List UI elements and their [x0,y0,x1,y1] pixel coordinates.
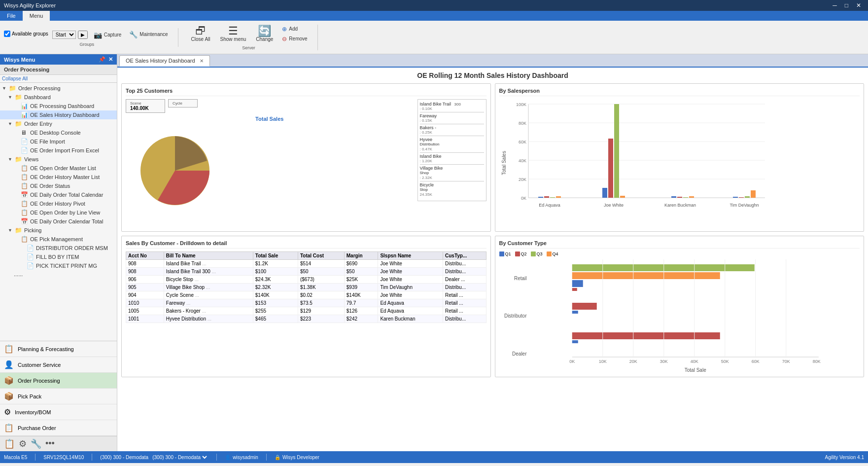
sidebar-bottom-customer-service[interactable]: 👤 Customer Service [0,357,117,373]
purchase-order-icon: 📋 [4,423,14,432]
tool-icon-dots[interactable]: ••• [45,438,55,449]
pin-icon[interactable]: 📌 [99,56,105,63]
bar-ed-q4 [556,196,561,198]
table-row[interactable]: 1005Bakers - Kroger ...$255$129$126Ed Aq… [126,307,486,315]
table-row[interactable]: 908Island Bike Trail ...$1.2K$514$690Joe… [126,260,486,268]
sidebar-item-order-status[interactable]: 📋 OE Order Status [0,181,117,190]
ribbon-tabs: File Menu [0,11,868,21]
sidebar-tools: 📋 ⚙ 🔧 ••• [0,436,117,451]
show-menu-button[interactable]: ☰ Show menu [217,25,249,43]
sidebar-item-order-history-master-list[interactable]: 📋 OE Order History Master List [0,173,117,181]
start-dropdown[interactable]: Start [52,31,76,39]
sidebar-bottom-pick-pack[interactable]: 📦 Pick Pack [0,389,117,404]
svg-text:40K: 40K [690,359,698,364]
tab-oe-sales-history[interactable]: OE Sales History Dashboard ✕ [119,55,210,67]
sidebar-item-daily-order-total-calendar[interactable]: 📅 OE Daily Order Total Calendar [0,190,117,199]
table-row[interactable]: 905Village Bike Shop ...$2.32K$1.38K$939… [126,284,486,291]
maximize-button[interactable]: □ [842,2,851,9]
close-button[interactable]: ✕ [853,2,864,9]
status-version: Agility Version 4.1 [825,455,865,460]
top25-panel: Top 25 Customers Scene 140.00K Cycle [121,83,491,232]
sidebar-item-open-order-line-view[interactable]: 📋 OE Open Order by Line View [0,208,117,217]
sidebar-item-order-import-excel[interactable]: 📄 OE Order Import From Excel [0,146,117,155]
svg-text:Ed Aquava: Ed Aquava [539,203,560,208]
sidebar-item-distributor-order[interactable]: 📄 DISTRIBUTOR ORDER MSM [0,244,117,252]
demodata-dropdown[interactable]: (300) 300 - Demodata [150,454,208,461]
sidebar-item-pick-management[interactable]: 📋 OE Pick Management [0,235,117,244]
bar-karen-q2 [677,197,682,198]
remove-button[interactable]: ⊖ Remove [280,35,309,43]
table-row[interactable]: 906Bicycle Stop ...$24.3K($673)$25KJoe W… [126,276,486,284]
svg-text:20K: 20K [518,177,526,182]
retail-q1-bar [572,280,583,287]
col-total-sale: Total Sale [253,252,298,260]
col-margin: Margin [344,252,378,260]
tool-icon-3[interactable]: 🔧 [31,438,41,449]
content-area: OE Sales History Dashboard ✕ OE Rolling … [117,54,868,451]
svg-text:0K: 0K [521,196,526,201]
table-row[interactable]: 1010Fareway ...$153$73.579.7Ed AquavaRet… [126,299,486,307]
sidebar-bottom-order-processing[interactable]: 📦 Order Processing [0,373,117,389]
tool-icon-1[interactable]: 📋 [4,438,15,449]
window-controls[interactable]: ─ □ ✕ [830,2,864,9]
collapse-all-button[interactable]: Collapse All [0,75,117,83]
sidebar-bottom-planning[interactable]: 📋 Planning & Forecasting [0,341,117,357]
expand-icon: ▼ [8,95,15,100]
sidebar-bottom-inventory[interactable]: ⚙ Inventory/BOM [0,404,117,420]
legend-q1-dot [499,251,504,256]
capture-button[interactable]: 📷 Capture [92,30,124,40]
sidebar-item-order-history-pivot[interactable]: 📋 OE Order History Pivot [0,199,117,208]
table-row[interactable]: 904Cycle Scene ...$140K$0.02$140KJoe Whi… [126,291,486,299]
sidebar-close-icon[interactable]: ✕ [108,56,113,63]
tab-menu[interactable]: Menu [23,11,50,21]
table-row[interactable]: 1001Hyvee Distribution ...$465$223$242Ka… [126,315,486,323]
sales-table-body: 908Island Bike Trail ...$1.2K$514$690Joe… [126,260,486,323]
user-icon: 👤 [225,455,231,460]
sidebar-item-file-import[interactable]: 📄 OE File Import [0,137,117,146]
main-area: Wisys Menu 📌 ✕ Order Processing Collapse… [0,54,868,451]
close-all-button[interactable]: 🗗 Close All [188,25,213,43]
sidebar-item-desktop-console[interactable]: 🖥 OE Desktop Console [0,128,117,137]
sidebar-item-order-processing-folder[interactable]: ▼ 📁 Order Processing [0,84,117,93]
svg-text:100K: 100K [516,102,526,107]
bar-tim-q2 [739,197,744,198]
sidebar-bottom-purchase-order[interactable]: 📋 Purchase Order [0,420,117,436]
customer-type-panel: By Customer Type Q1 Q2 Q3 [495,236,865,377]
start-go-button[interactable]: ▶ [78,31,88,39]
sidebar-item-dashboard-folder[interactable]: ▼ 📁 Dashboard [0,93,117,102]
sidebar-item-ellipsis[interactable]: ...... [0,270,117,278]
col-acct-no: Acct No [126,252,164,260]
sidebar-item-pick-ticket[interactable]: 📄 PICK TICKET PRINT MG [0,261,117,270]
titlebar: Wisys Agility Explorer ─ □ ✕ [0,0,868,11]
sidebar-item-fill-bo[interactable]: 📄 FILL BO BY ITEM [0,252,117,261]
sidebar-item-open-order-master-list[interactable]: 📋 OE Open Order Master List [0,164,117,173]
available-groups-checkbox[interactable]: Available groups [4,31,48,37]
bar-joe-q1 [602,188,607,198]
order-processing-icon: 📦 [4,376,14,385]
add-button[interactable]: ⊕ Add [280,25,309,34]
sidebar-title: Wisys Menu [4,57,35,63]
bar-ed-q3 [550,197,555,198]
change-button[interactable]: 🔄 Change [253,25,276,43]
sidebar-item-oe-sales-history-dashboard[interactable]: 📊 OE Sales History Dashboard [0,110,117,119]
tab-file[interactable]: File [0,11,23,21]
top25-title: Top 25 Customers [126,88,486,96]
sidebar-item-picking-folder[interactable]: ▼ 📁 Picking [0,226,117,235]
sidebar-item-order-entry-folder[interactable]: ▼ 📁 Order Entry [0,119,117,128]
minimize-button[interactable]: ─ [830,2,840,9]
ribbon-group-server: 🗗 Close All ☰ Show menu 🔄 Change ⊕ Add [188,25,318,50]
tool-icon-2[interactable]: ⚙ [19,438,27,449]
table-row[interactable]: 908Island Bike Trail 300 ...$100$50$50Jo… [126,268,486,276]
customer-type-y-labels: Retail Distributor Dealer [499,259,529,373]
maintenance-button[interactable]: 🔧 Maintenance [127,30,170,39]
svg-text:80K: 80K [812,359,820,364]
sidebar-item-oe-processing-dashboard[interactable]: 📊 OE Processing Dashboard [0,102,117,110]
sidebar-item-views-folder[interactable]: ▼ 📁 Views [0,155,117,164]
svg-text:70K: 70K [782,359,790,364]
tab-close-icon[interactable]: ✕ [200,58,204,64]
sidebar-header-icons[interactable]: 📌 ✕ [99,56,113,63]
ribbon-group-groups: Available groups Start ▶ 📷 Capture [4,28,178,47]
status-demodata[interactable]: (300) 300 - Demodata (300) 300 - Demodat… [100,454,208,461]
salesperson-panel: By Salesperson Total Sales 100K 80 [495,83,865,232]
sidebar-item-qe-daily-order-calendar-total[interactable]: 📅 OE Daily Order Calendar Total [0,217,117,226]
